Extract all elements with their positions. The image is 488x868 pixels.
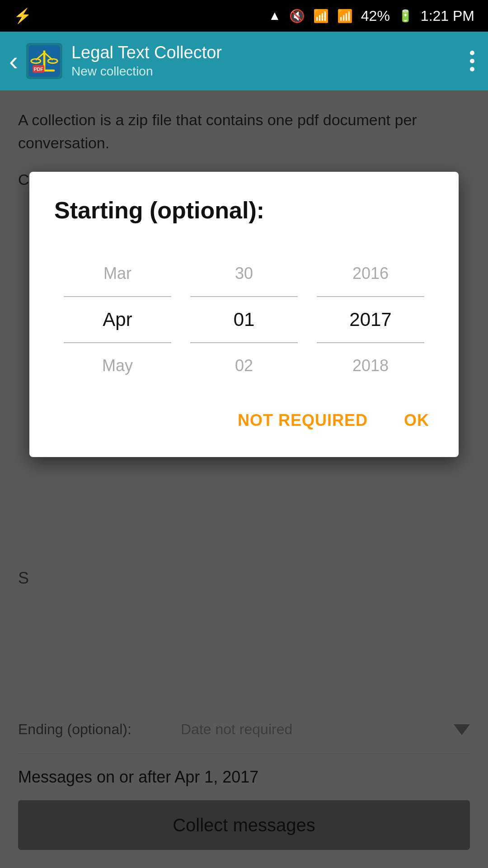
time-text: 1:21 PM xyxy=(421,8,474,24)
app-subtitle: New collection xyxy=(71,64,465,79)
year-next[interactable]: 2018 xyxy=(307,343,434,388)
date-picker[interactable]: Mar Apr May 30 01 02 2016 2017 2018 xyxy=(54,251,434,388)
status-bar-left: ⚡ xyxy=(14,7,32,24)
back-button[interactable]: ‹ xyxy=(9,47,18,75)
battery-text: 42% xyxy=(361,8,390,24)
not-required-button[interactable]: NOT REQUIRED xyxy=(233,406,372,434)
year-prev[interactable]: 2016 xyxy=(307,251,434,296)
dialog-buttons: NOT REQUIRED OK xyxy=(54,406,434,434)
date-picker-dialog: Starting (optional): Mar Apr May 30 01 0… xyxy=(29,172,459,457)
signal-icon: 📶 xyxy=(337,9,353,24)
menu-button[interactable] xyxy=(465,46,479,76)
ok-button[interactable]: OK xyxy=(399,406,434,434)
app-icon: PDF xyxy=(26,43,62,79)
day-selected[interactable]: 01 xyxy=(181,297,307,342)
year-column[interactable]: 2016 2017 2018 xyxy=(307,251,434,388)
app-title: Legal Text Collector xyxy=(71,43,465,62)
month-prev[interactable]: Mar xyxy=(54,251,181,296)
month-column[interactable]: Mar Apr May xyxy=(54,251,181,388)
wifi-icon: 📶 xyxy=(313,9,329,24)
day-column[interactable]: 30 01 02 xyxy=(181,251,307,388)
month-selected[interactable]: Apr xyxy=(54,297,181,342)
status-bar-right: ▲ 🔇 📶 📶 42% 🔋 1:21 PM xyxy=(268,8,474,24)
app-bar: ‹ PDF Legal Text Collector New collectio… xyxy=(0,32,488,90)
battery-icon: 🔋 xyxy=(398,9,413,23)
year-selected[interactable]: 2017 xyxy=(307,297,434,342)
day-prev[interactable]: 30 xyxy=(181,251,307,296)
status-bar: ⚡ ▲ 🔇 📶 📶 42% 🔋 1:21 PM xyxy=(0,0,488,32)
svg-text:PDF: PDF xyxy=(34,66,44,72)
app-bar-titles: Legal Text Collector New collection xyxy=(71,43,465,79)
month-next[interactable]: May xyxy=(54,343,181,388)
lightning-icon: ⚡ xyxy=(14,7,32,24)
day-next[interactable]: 02 xyxy=(181,343,307,388)
mute-icon: 🔇 xyxy=(289,9,305,24)
bluetooth-icon: ▲ xyxy=(268,9,281,23)
dialog-title: Starting (optional): xyxy=(54,197,434,224)
